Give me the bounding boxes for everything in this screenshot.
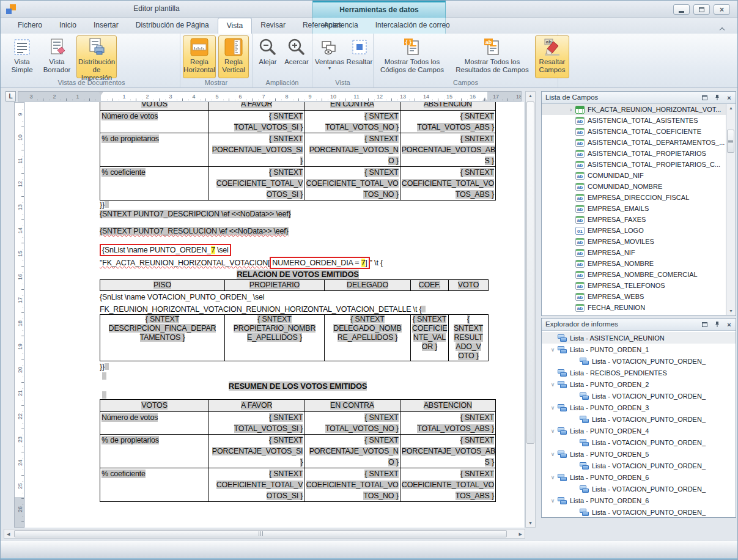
field-list-item[interactable]: abFECHA_REUNION [542,302,736,313]
close-button[interactable]: × [714,4,730,15]
field-list-item[interactable]: abASISTENCIA_TOTAL_ASISTENTES [542,115,736,126]
field-list-item[interactable]: abCOMUNIDAD_NOMBRE [542,181,736,192]
panel-pin-button[interactable] [713,320,721,328]
report-list-item[interactable]: ∨Lista - PUNTO_ORDEN_4 [542,425,736,437]
report-list-item[interactable]: ∨Lista - PUNTO_ORDEN_3 [542,402,736,413]
field-list-item[interactable]: abEMPRESA_TELEFONOS [542,280,736,291]
scroll-down-icon[interactable]: ▼ [526,521,535,525]
tab-revisar[interactable]: Revisar [252,18,294,34]
horizontal-scroll-thumb[interactable] [14,530,507,537]
indent-marker-icon[interactable] [98,92,103,95]
tab-stop-selector[interactable]: L [6,91,16,101]
report-list-item[interactable]: ∨Lista - PUNTO_ORDEN_1 [542,344,736,355]
ruler-dot [177,100,177,100]
field-list-item[interactable]: abEMPRESA_FAXES [542,214,736,225]
row-label-cell: % de propietarios [100,133,209,167]
regla-vertical-button[interactable]: ReglaVertical [218,35,249,78]
report-list-item[interactable]: Lista - VOTACION_PUNTO_ORDEN_ [542,413,736,425]
document-horizontal-scrollbar[interactable]: ◀ ▶ [4,529,525,539]
list-report-icon [580,358,589,365]
report-list-item[interactable]: Lista - VOTACION_PUNTO_ORDEN_ [542,483,736,495]
field-list-item[interactable]: abEMPRESA_WEBS [542,291,736,302]
alejar-button[interactable]: Alejar [254,35,282,78]
tab-distribucion-pagina[interactable]: Distribución de Página [127,18,218,34]
right-indent-marker-icon[interactable] [482,97,487,101]
scroll-up-icon[interactable]: ▲ [726,106,736,110]
report-list-item[interactable]: Lista - VOTACION_PUNTO_ORDEN_ [542,460,736,471]
report-list-item[interactable]: ∨Lista - PUNTO_ORDEN_6 [542,495,736,506]
collapse-ribbon-button[interactable] [720,23,728,29]
svg-text:{ }: { } [405,39,411,45]
ruler-tick [21,150,24,150]
report-name: Lista - VOTACION_PUNTO_ORDEN_ [592,462,706,470]
field-list-item[interactable]: 01EMPRESA_LOGO [542,225,736,236]
report-list-item[interactable]: Lista - VOTACION_PUNTO_ORDEN_ [542,355,736,367]
column-header: ABSTENCION [400,400,495,412]
tab-inicio[interactable]: Inicio [51,18,85,34]
scroll-down-icon[interactable]: ▼ [726,309,736,313]
field-list-item[interactable]: abEMPRESA_MOVILES [542,236,736,247]
panel-maximize-button[interactable] [701,320,709,328]
report-list-item[interactable]: Lista - VOTACION_PUNTO_ORDEN_ [542,506,736,517]
text-field-icon: ab [575,282,585,290]
highlight-fields-icon: ab [542,37,562,57]
tab-intercalacion-correo[interactable]: Intercalación de correo [367,18,459,34]
scroll-right-icon[interactable]: ▶ [519,532,522,537]
resumen-heading: RESUMEN DE LOS VOTOS EMITIDOS [100,381,496,391]
field-list-item[interactable]: abEMPRESA_NIF [542,247,736,258]
ruler-dot [386,100,386,100]
regla-horizontal-button[interactable]: ReglaHorizontal [183,35,216,78]
document-vertical-scrollbar[interactable]: ▲ ▼ [525,91,536,528]
field-list-item[interactable]: ›FK_ACTA_REUNION_HORIZONTAL_VOT... [542,104,736,115]
scroll-left-icon[interactable]: ◀ [7,532,10,537]
report-list-item[interactable]: Lista - RECIBOS_PENDIENTES [542,367,736,378]
document-canvas[interactable]: VOTOSA FAVOREN CONTRAABSTENCIONNúmero de… [25,102,524,528]
ruler-tick [507,98,508,101]
field-list-item[interactable]: abASISTENCIA_TOTAL_COEFICIENTE [542,126,736,137]
report-list-item[interactable]: Lista - VOTACION_PUNTO_ORDEN_ [542,437,736,448]
panel-close-button[interactable]: × [725,94,733,101]
resaltar-campos-button[interactable]: ab ResaltarCampos [535,35,569,78]
field-list-scroll-thumb[interactable] [727,130,734,153]
ruler-tick [484,98,485,101]
vista-borrador-button[interactable]: VistaBorrador [40,35,74,78]
tab-vista[interactable]: Vista [218,18,252,34]
field-list-item[interactable]: abASISTENCIA_TOTAL_PROPIETARIOS_C... [542,159,736,170]
vertical-scroll-thumb[interactable] [526,101,534,444]
panel-pin-button[interactable] [713,94,721,101]
field-list-item[interactable]: abASISTENCIA_TOTAL_PROPIETARIOS [542,148,736,159]
list-report-icon [558,369,567,377]
report-list-item[interactable]: ∨Lista - PUNTO_ORDEN_2 [542,378,736,390]
mostrar-resultados-campos-button[interactable]: ab Mostrar Todos losResultados de Campos [452,35,533,78]
restore-button[interactable] [693,4,710,15]
ruler-dot [119,100,119,100]
field-list-item[interactable]: abEMPRESA_NOMBRE_COMERCIAL [542,269,736,280]
vista-simple-button[interactable]: VistaSimple [6,35,39,78]
ventanas-button[interactable]: Ventanas▾ [314,35,345,78]
field-list-item[interactable]: abASISTENCIA_TOTAL_DEPARTAMENTOS_... [542,137,736,148]
report-list-item[interactable]: ∨Lista - PUNTO_ORDEN_6 [542,471,736,483]
mostrar-codigos-campos-button[interactable]: { } Mostrar Todos losCódigos de Campos [375,35,449,78]
distribucion-impresion-button[interactable]: Distribuciónde Impresión [76,35,117,78]
tab-insertar[interactable]: Insertar [85,18,127,34]
minimize-button[interactable] [673,4,690,15]
ruler-dot [23,516,23,517]
tab-fichero[interactable]: Fichero [9,18,51,34]
report-list-item[interactable]: Lista - VOTACION_PUNTO_ORDEN_ [542,390,736,402]
windows-icon [320,37,339,57]
field-list-item[interactable]: abCOMUNIDAD_NIF [542,170,736,181]
panel-close-button[interactable]: × [725,320,733,328]
resaltar-button[interactable]: Resaltar [345,35,374,78]
ruler-tick [21,405,24,406]
report-list-item[interactable]: ∨Lista - PUNTO_ORDEN_5 [542,448,736,460]
ruler-dot [490,100,491,100]
scroll-up-icon[interactable]: ▲ [526,94,535,98]
tab-apariencia[interactable]: Apariencia [315,18,367,34]
field-list-item[interactable]: abEMPRESA_NOMBRE [542,258,736,269]
report-list-item[interactable]: Lista - ASISTENCIA_REUNION [542,332,736,344]
panel-maximize-button[interactable] [701,94,709,101]
acercar-button[interactable]: Acercar [282,35,311,78]
field-list-scrollbar[interactable]: ▲ ▼ [726,104,736,315]
field-list-item[interactable]: abEMPRESA_EMAILS [542,203,736,214]
field-list-item[interactable]: abEMPRESA_DIRECCION_FISCAL [542,192,736,203]
